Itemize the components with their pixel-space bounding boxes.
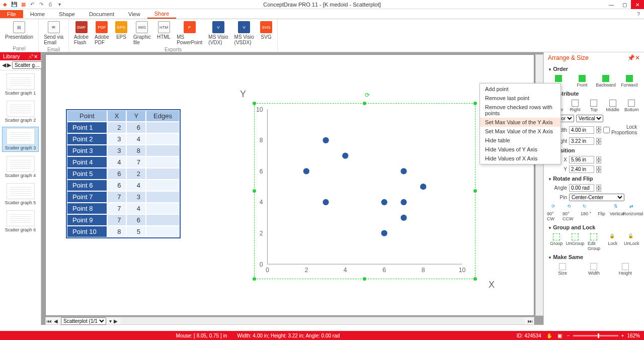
zoom-out-icon[interactable]: − — [567, 333, 570, 338]
library-item[interactable]: Scatter graph 3 — [2, 127, 39, 152]
y-spin[interactable]: ▲▼ — [596, 166, 601, 173]
lock-proportions-check[interactable]: Lock Proportions — [603, 124, 623, 135]
tab-document[interactable]: Document — [82, 10, 121, 18]
library-item[interactable]: Scatter graph 4 — [2, 155, 39, 179]
distribute-section[interactable]: Distribute — [547, 89, 641, 98]
tab-share[interactable]: Share — [147, 10, 176, 19]
help-icon[interactable]: ? — [633, 10, 644, 18]
tab-shape[interactable]: Shape — [52, 10, 82, 18]
group-button[interactable]: Group — [548, 233, 565, 251]
flip-h-button[interactable]: ⇄Horizontal — [625, 204, 641, 221]
page-selector[interactable]: Scatterplot (1/1) — [61, 317, 106, 325]
flip-button[interactable]: Flip — [594, 204, 609, 221]
data-point[interactable] — [342, 152, 348, 158]
qat-more-icon[interactable]: ▾ — [56, 2, 62, 8]
table-row[interactable]: Point 562 — [67, 168, 180, 180]
position-section[interactable]: Position — [547, 146, 641, 155]
same-height-button[interactable]: Height — [617, 263, 633, 276]
order-section[interactable]: Order — [547, 64, 641, 73]
table-row[interactable]: Point 338 — [67, 145, 180, 156]
lib-prev-icon[interactable]: ◀ — [2, 62, 6, 68]
context-menu-item[interactable]: Hide Values of X Axis — [480, 154, 560, 163]
horizontal-scrollbar[interactable] — [121, 317, 525, 324]
page-dropdown-icon[interactable]: ▾ — [108, 318, 113, 324]
adobe-pdf-button[interactable]: PDFAdobe PDF — [92, 20, 112, 46]
zoom-control[interactable]: − + 162% — [567, 333, 640, 338]
pin-select[interactable]: Center-Center — [569, 194, 624, 201]
tab-home[interactable]: Home — [23, 10, 52, 18]
page-next-icon[interactable]: ▶ — [113, 318, 119, 324]
data-point[interactable] — [323, 199, 329, 205]
canvas[interactable]: PointXYEdgesPoint 126Point 234Point 338P… — [45, 54, 534, 316]
table-row[interactable]: Point 1085 — [67, 226, 180, 237]
context-menu-item[interactable]: Remove checked rows with points — [480, 103, 560, 118]
table-row[interactable]: Point 447 — [67, 156, 180, 168]
data-point[interactable] — [381, 230, 387, 236]
table-row[interactable]: Point 234 — [67, 133, 180, 145]
dist-bottom-button[interactable]: Bottom — [623, 100, 639, 112]
page-first-icon[interactable]: ⏮ — [46, 318, 53, 324]
angle-spin[interactable]: ▲▼ — [596, 185, 601, 192]
redo-icon[interactable]: ↷ — [38, 2, 44, 8]
close-button[interactable]: ✕ — [631, 0, 644, 9]
angle-input[interactable] — [569, 184, 594, 192]
data-point[interactable] — [420, 184, 426, 190]
height-spin[interactable]: ▲▼ — [596, 138, 601, 145]
library-item[interactable]: Scatter graph 2 — [2, 100, 39, 124]
library-item[interactable]: Scatter graph 6 — [2, 209, 39, 233]
print-icon[interactable]: ⎙ — [47, 2, 53, 8]
lib-next-icon[interactable]: ▶ — [7, 62, 11, 68]
data-point[interactable] — [400, 168, 407, 174]
context-menu-item[interactable]: Hide Values of Y Axis — [480, 145, 560, 154]
pan-icon[interactable]: ✋ — [546, 333, 552, 338]
table-row[interactable]: Point 126 — [67, 122, 180, 133]
library-close-icon[interactable]: ✕ — [34, 54, 38, 59]
minimize-button[interactable]: — — [605, 0, 618, 9]
same-width-button[interactable]: Width — [586, 263, 602, 276]
visio-vsdx-button[interactable]: VMS Visio (VSDX) — [231, 20, 257, 46]
x-spin[interactable]: ▲▼ — [596, 156, 601, 163]
rotate-ccw-button[interactable]: ⟲90° CCW — [562, 204, 578, 221]
group-lock-section[interactable]: Group and Lock — [547, 223, 641, 232]
dist-right-button[interactable]: Right — [567, 100, 583, 112]
fit-icon[interactable]: ▣ — [552, 333, 567, 338]
forward-button[interactable]: Forward — [621, 75, 637, 88]
table-row[interactable]: Point 773 — [67, 191, 180, 203]
data-point[interactable] — [400, 199, 407, 205]
data-point[interactable] — [400, 215, 407, 221]
rotate-handle-icon[interactable]: ⟳ — [365, 92, 370, 99]
rotate-180-button[interactable]: ↻180 ° — [578, 204, 594, 221]
zoom-in-icon[interactable]: + — [621, 333, 624, 338]
panel-pin-icon[interactable]: 📌 — [627, 54, 635, 61]
width-spin[interactable]: ▲▼ — [596, 126, 601, 133]
y-input[interactable] — [569, 165, 594, 173]
send-email-button[interactable]: ✉Send via Email — [41, 20, 66, 46]
dist-top-button[interactable]: Top — [586, 100, 602, 112]
height-input[interactable] — [569, 137, 594, 145]
data-point[interactable] — [381, 199, 387, 205]
data-point[interactable] — [323, 137, 329, 143]
rotate-cw-button[interactable]: ⟳90° CW — [547, 204, 562, 221]
html-button[interactable]: HTMHTML — [154, 20, 174, 46]
zoom-slider[interactable] — [573, 335, 618, 336]
library-pin-icon[interactable]: 📌 — [28, 54, 34, 59]
visio-vdx-button[interactable]: VMS Visio (VDX) — [205, 20, 231, 46]
tab-file[interactable]: File — [0, 10, 23, 18]
eps-button[interactable]: EPSEPS — [112, 20, 130, 46]
table-row[interactable]: Point 664 — [67, 180, 180, 191]
library-item[interactable]: Scatter graph 5 — [2, 182, 39, 206]
table-row[interactable]: Point 976 — [67, 214, 180, 226]
backward-button[interactable]: Backward — [598, 75, 614, 88]
rotate-flip-section[interactable]: Rotate and Flip — [547, 174, 641, 183]
edit-group-button[interactable]: Edit Group — [586, 233, 602, 251]
library-item[interactable]: Scatter graph 1 — [2, 72, 39, 97]
orient-v-select[interactable]: Vertical — [576, 115, 603, 122]
presentation-button[interactable]: ▤Presentation — [2, 20, 36, 45]
lock-button[interactable]: 🔒Lock — [605, 233, 621, 251]
data-point[interactable] — [303, 168, 309, 174]
table-row[interactable]: Point 874 — [67, 203, 180, 214]
front-button[interactable]: Front — [574, 75, 590, 88]
page-prev-icon[interactable]: ◀ — [53, 318, 59, 324]
save-icon[interactable]: 💾 — [11, 2, 17, 8]
context-menu-item[interactable]: Remove last point — [480, 94, 560, 103]
